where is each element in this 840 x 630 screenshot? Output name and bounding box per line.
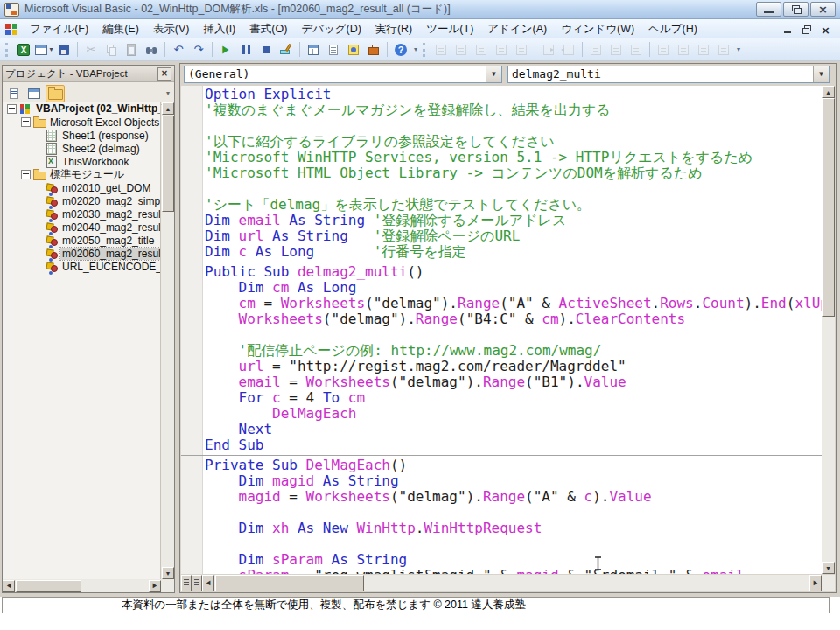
tree-item-label: Microsoft Excel Objects <box>48 116 160 129</box>
reset-button[interactable] <box>256 41 276 59</box>
menu-item[interactable]: ファイル(F) <box>23 19 95 39</box>
code-line: Dim url As String '登録解除ページのURL <box>205 228 822 244</box>
tree-item[interactable]: m02060_mag2_result_all <box>4 247 160 260</box>
scroll-down-icon[interactable]: ▼ <box>822 562 835 574</box>
object-browser-button[interactable] <box>344 41 363 59</box>
scroll-up-icon[interactable]: ▲ <box>162 102 174 115</box>
project-explorer-button[interactable] <box>304 41 323 59</box>
tree-item[interactable]: m02050_mag2_title <box>4 234 160 247</box>
vscroll-thumb[interactable] <box>162 116 174 212</box>
code-editor[interactable]: Option Explicit'複数のまぐまぐメールマガジンを登録解除し、結果を… <box>181 86 822 574</box>
menu-item[interactable]: 表示(V) <box>146 19 197 39</box>
hscroll-thumb[interactable] <box>16 580 81 592</box>
list-constants-button <box>452 41 471 59</box>
dropdown-arrow-icon[interactable]: ▼ <box>813 66 829 82</box>
menu-item[interactable]: 書式(O) <box>242 19 294 39</box>
tree-expander-icon[interactable] <box>7 104 17 114</box>
code-vscrollbar[interactable]: ▲ ▼ <box>822 86 835 574</box>
folder-icon <box>48 89 63 100</box>
menu-item[interactable]: ウィンドウ(W) <box>554 19 641 39</box>
dropdown-arrow-icon[interactable]: ▾ <box>49 46 52 53</box>
tree-item[interactable]: m02010_get_DOM <box>4 181 160 194</box>
menu-item[interactable]: 挿入(I) <box>196 19 242 39</box>
hscroll-thumb[interactable] <box>215 575 364 592</box>
vscroll-thumb[interactable] <box>822 98 835 317</box>
scroll-right-icon[interactable]: ▶ <box>149 580 161 592</box>
undo-button[interactable] <box>169 41 188 59</box>
menu-item[interactable]: デバッグ(D) <box>294 19 368 39</box>
tree-item[interactable]: ThisWorkbook <box>4 155 160 168</box>
tree-item[interactable]: VBAProject (02_WinHttp_DOM解析.xls) <box>4 102 160 116</box>
find-button[interactable] <box>142 41 161 59</box>
menu-item[interactable]: ツール(T) <box>419 19 480 39</box>
tree-expander-icon[interactable] <box>21 170 31 179</box>
insert-userform-button[interactable]: ▾ <box>34 41 53 59</box>
edit-toolbar-grip[interactable] <box>423 43 428 57</box>
project-tree-hscrollbar[interactable]: ◀ ▶ <box>3 580 161 592</box>
code-hscrollbar[interactable]: ◀ ▶ <box>202 575 822 592</box>
menu-item[interactable]: 実行(R) <box>368 19 419 39</box>
scroll-left-icon[interactable]: ◀ <box>202 575 214 592</box>
insert-userform-icon <box>34 43 48 57</box>
indent-button <box>539 41 558 59</box>
tree-item[interactable]: Microsoft Excel Objects <box>4 116 160 129</box>
redo-button[interactable] <box>189 41 208 59</box>
screen: { "window": { "title": "Microsoft Visual… <box>0 0 840 630</box>
run-button[interactable] <box>216 41 235 59</box>
project-tree[interactable]: VBAProject (02_WinHttp_DOM解析.xls)Microso… <box>4 102 161 579</box>
tree-item[interactable]: URL_EUCENCODE_UTF8 <box>4 260 160 273</box>
scroll-right-icon[interactable]: ▶ <box>809 575 822 592</box>
tree-item[interactable]: Sheet2 (delmag) <box>4 142 160 155</box>
restore-button[interactable] <box>783 2 808 17</box>
toggle-folders-button[interactable] <box>46 85 65 102</box>
code-line: Dim xh As New WinHttp.WinHttpRequest <box>205 521 822 536</box>
quick-info-button <box>472 41 491 59</box>
scroll-up-icon[interactable]: ▲ <box>822 86 835 98</box>
object-dropdown[interactable]: (General) ▼ <box>184 66 502 83</box>
code-line: '配信停止ページの例: http://www.mag2.com/wmag/ <box>205 343 822 359</box>
project-tree-vscrollbar[interactable]: ▲ ▼ <box>162 102 174 579</box>
minimize-button[interactable] <box>756 2 781 17</box>
toolbox-button[interactable] <box>364 41 383 59</box>
dropdown-arrow-icon[interactable]: ▼ <box>486 66 501 82</box>
tree-item[interactable]: 標準モジュール <box>4 168 160 181</box>
project-panel-close-icon[interactable]: × <box>158 67 172 80</box>
object-dropdown-value: (General) <box>188 67 249 80</box>
view-microsoft-excel-button[interactable] <box>14 41 33 59</box>
panel-overflow-chevron[interactable]: ▾ <box>166 89 172 97</box>
close-button[interactable] <box>810 2 836 17</box>
tree-expander-icon[interactable] <box>21 117 31 127</box>
break-button[interactable] <box>236 41 256 59</box>
project-panel-header[interactable]: プロジェクト - VBAProject × <box>3 66 174 82</box>
tree-item[interactable]: m02020_mag2_simple <box>4 194 160 207</box>
properties-window-button[interactable] <box>324 41 343 59</box>
break-icon <box>239 43 253 57</box>
view-code-button[interactable] <box>5 86 23 102</box>
menu-item[interactable]: ヘルプ(H) <box>641 19 704 39</box>
toolbar-grip[interactable] <box>5 43 10 57</box>
tree-item-label: m02060_mag2_result_all <box>60 248 160 260</box>
outdent-button <box>559 41 578 59</box>
toolbox-icon <box>367 43 381 57</box>
code-line: '複数のまぐまぐメールマガジンを登録解除し、結果を出力する <box>205 102 822 118</box>
mdi-close-icon[interactable] <box>821 24 831 34</box>
help-button[interactable] <box>391 41 410 59</box>
mdi-minimize-icon[interactable] <box>782 24 793 34</box>
tree-item[interactable]: m02040_mag2_result2 <box>4 220 160 234</box>
full-module-view-button[interactable] <box>192 575 202 592</box>
tree-item[interactable]: m02030_mag2_result1 <box>4 207 160 220</box>
view-object-button[interactable] <box>25 86 43 102</box>
procedure-dropdown[interactable]: delmag2_multi ▼ <box>508 66 830 83</box>
scroll-down-icon[interactable]: ▼ <box>162 567 174 579</box>
scroll-left-icon[interactable]: ◀ <box>3 580 15 592</box>
design-mode-button[interactable] <box>276 41 296 59</box>
tree-item[interactable]: Sheet1 (response) <box>4 129 160 142</box>
procedure-view-button[interactable] <box>181 575 192 592</box>
toolbar-options-chevron[interactable]: ▾ <box>414 46 417 53</box>
mdi-restore-icon[interactable] <box>802 24 812 34</box>
menu-item[interactable]: 編集(E) <box>95 19 146 39</box>
edit-toolbar-options-chevron[interactable]: ▾ <box>737 46 740 53</box>
module-icon <box>46 195 59 206</box>
menu-item[interactable]: アドイン(A) <box>480 19 554 39</box>
save-button[interactable] <box>54 41 74 59</box>
